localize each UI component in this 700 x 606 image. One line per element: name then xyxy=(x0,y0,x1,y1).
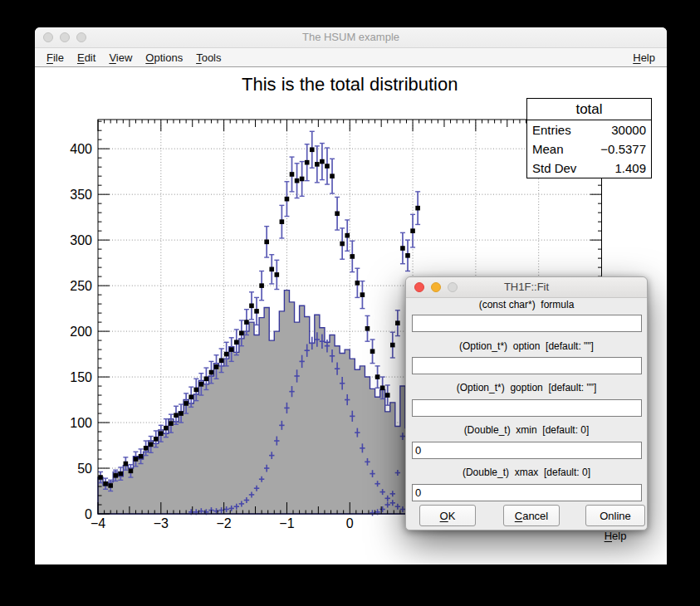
svg-text:−3: −3 xyxy=(154,516,169,530)
svg-text:350: 350 xyxy=(70,188,92,202)
stats-box: total Entries 30000 Mean −0.5377 Std Dev… xyxy=(526,98,652,178)
stats-row-entries: Entries 30000 xyxy=(527,120,651,139)
zoom-icon xyxy=(448,282,458,292)
stats-title: total xyxy=(527,99,651,120)
formula-input[interactable] xyxy=(412,315,642,332)
menu-options[interactable]: Options xyxy=(139,51,189,64)
stats-label: Entries xyxy=(532,120,571,139)
stats-value: −0.5377 xyxy=(600,139,646,159)
svg-text:0: 0 xyxy=(85,507,92,521)
stats-value: 30000 xyxy=(611,120,646,139)
menu-edit[interactable]: Edit xyxy=(71,51,102,64)
stats-label: Std Dev xyxy=(532,159,576,178)
svg-text:300: 300 xyxy=(70,233,92,247)
svg-text:100: 100 xyxy=(70,416,92,430)
menu-tools[interactable]: Tools xyxy=(189,51,228,64)
svg-text:0: 0 xyxy=(346,516,354,530)
xmax-label: (Double_t) xmax [default: 0] xyxy=(406,467,647,478)
svg-text:250: 250 xyxy=(70,279,92,293)
svg-text:150: 150 xyxy=(70,370,92,384)
goption-input[interactable] xyxy=(412,399,642,417)
online-help-button[interactable]: Online Help xyxy=(585,505,645,526)
svg-text:200: 200 xyxy=(70,325,92,339)
fit-dialog-titlebar[interactable]: TH1F::Fit xyxy=(406,277,647,298)
cancel-button[interactable]: Cancel xyxy=(503,505,560,526)
menubar: File Edit View Options Tools Help xyxy=(35,48,667,67)
desktop: { "window": { "title": "The HSUM example… xyxy=(0,0,700,606)
formula-label: (const char*) formula xyxy=(406,299,647,310)
menu-help[interactable]: Help xyxy=(631,51,657,64)
close-icon[interactable] xyxy=(414,282,424,292)
stats-row-mean: Mean −0.5377 xyxy=(527,139,651,159)
option-label: (Option_t*) option [default: ""] xyxy=(406,340,647,352)
stats-value: 1.409 xyxy=(614,159,646,178)
option-input[interactable] xyxy=(412,357,642,374)
ok-button[interactable]: OK xyxy=(419,505,476,526)
svg-text:50: 50 xyxy=(77,462,92,476)
minimize-icon[interactable] xyxy=(431,282,441,292)
zoom-icon[interactable] xyxy=(76,32,86,42)
svg-text:400: 400 xyxy=(70,142,92,156)
svg-text:−2: −2 xyxy=(217,516,232,530)
goption-label: (Option_t*) goption [default: ""] xyxy=(406,382,647,393)
close-icon[interactable] xyxy=(43,32,53,42)
traffic-lights xyxy=(43,32,86,42)
main-histogram xyxy=(98,291,420,514)
stats-row-stddev: Std Dev 1.409 xyxy=(527,159,651,178)
chart-title: This is the total distribution xyxy=(242,74,458,95)
menu-view[interactable]: View xyxy=(102,51,139,64)
window-title: The HSUM example xyxy=(35,27,667,47)
dialog-traffic-lights xyxy=(414,282,458,292)
fit-dialog: TH1F::Fit (const char*) formula (Option_… xyxy=(405,276,648,530)
minimize-icon[interactable] xyxy=(60,32,70,42)
menu-file[interactable]: File xyxy=(40,51,71,64)
main-window-titlebar[interactable]: The HSUM example xyxy=(35,27,667,48)
svg-text:−1: −1 xyxy=(279,516,294,530)
stats-label: Mean xyxy=(532,139,564,159)
xmax-input[interactable] xyxy=(412,484,642,501)
xmin-input[interactable] xyxy=(412,442,642,459)
xmin-label: (Double_t) xmin [default: 0] xyxy=(406,424,647,436)
svg-text:−4: −4 xyxy=(91,516,105,530)
